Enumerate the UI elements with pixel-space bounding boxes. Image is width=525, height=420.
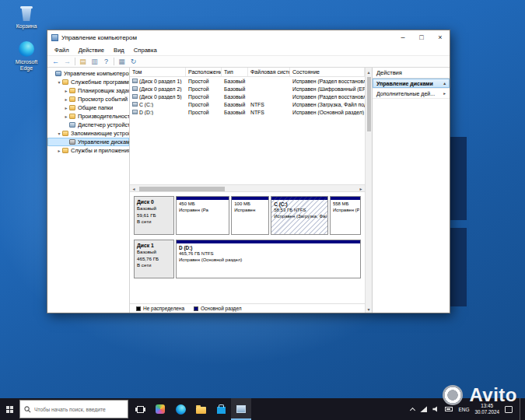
expand-icon[interactable]: ▸ [56,148,62,153]
partition[interactable]: D (D:)465,76 ГБ NTFSИсправен (Основной р… [176,240,361,278]
start-button[interactable] [0,398,19,420]
volume-row[interactable]: (Диск 0 раздел 1)ПростойБазовыйИсправен … [130,77,365,85]
disk-label[interactable]: Диск 0Базовый59,61 ГБВ сети [134,196,174,235]
cell: Простой [186,79,222,84]
tree-item-shared-folders[interactable]: ▸Общие папки [47,103,129,112]
volume-row[interactable]: C (C:)ПростойБазовыйNTFSИсправен (Загруз… [130,100,365,108]
volume-name: C (C:) [139,102,153,107]
collapse-icon[interactable]: ▾ [56,79,62,85]
export-list-icon[interactable]: ▥ [90,58,99,66]
menu-help[interactable]: Справка [129,47,162,54]
partition[interactable]: 100 МБИсправен [231,196,269,235]
volume-icon [132,79,138,83]
help-icon[interactable]: ? [102,58,110,66]
task-view-button[interactable] [130,398,150,420]
desktop-icon-edge[interactable]: Microsoft Edge [3,40,50,72]
back-icon[interactable]: ← [51,58,60,66]
volume-icon [132,102,138,107]
partition[interactable]: 558 МБИсправен (Ра [330,196,361,235]
column-header[interactable]: Состояние [290,68,365,76]
network-icon[interactable] [420,406,427,412]
tree-item-computer-management-root[interactable]: Управление компьютером (л [47,69,129,78]
scroll-left-icon[interactable]: ◂ [130,185,138,191]
expand-icon[interactable]: ▸ [63,88,69,93]
partition[interactable]: 450 МБИсправен (Ра [176,196,229,235]
language-indicator[interactable]: ENG [458,407,469,412]
tree-item-event-viewer[interactable]: ▸Просмотр событий [47,95,129,103]
tree-item-device-manager[interactable]: Диспетчер устройств [47,121,129,129]
forward-icon[interactable]: → [63,58,72,66]
horizontal-scrollbar[interactable]: ◂ ▸ [130,184,365,192]
close-button[interactable]: × [431,30,450,44]
desktop-icon-recycle-bin[interactable]: Корзина [3,5,50,30]
disk-name: Диск 0 [137,198,171,205]
collapse-icon[interactable]: ▾ [56,131,62,136]
news-widget-icon[interactable] [150,398,170,420]
console-tree-icon[interactable]: ▤ [79,58,87,66]
tree-item-disk-management[interactable]: Управление дисками [47,138,129,146]
show-desktop-button[interactable] [520,398,523,420]
action-item-more-actions[interactable]: Дополнительные дей...▸ [373,89,450,99]
partition-color-bar [232,197,268,200]
disk-name: Диск 1 [137,242,171,249]
action-item-disk-management[interactable]: Управление дисками▴ [373,79,450,89]
menu-view[interactable]: Вид [109,47,129,54]
volume-row[interactable]: D (D:)ПростойБазовыйNTFSИсправен (Основн… [130,108,365,116]
maximize-button[interactable]: □ [412,30,431,44]
scroll-down-icon[interactable]: ▾ [366,305,372,313]
scrollbar-thumb[interactable] [367,77,371,131]
computer-management-taskbar-icon[interactable] [231,398,251,420]
expand-icon[interactable]: ▸ [63,114,69,119]
scroll-right-icon[interactable]: ▸ [357,185,365,191]
toolbar: ←→▤▥?▦↻ [47,55,450,68]
refresh-icon[interactable]: ↻ [129,58,138,66]
vertical-scrollbar[interactable]: ▴ ▾ [365,68,372,313]
action-center-icon[interactable] [505,406,513,413]
volume-row[interactable]: (Диск 0 раздел 5)ПростойБазовыйИсправен … [130,93,365,100]
scroll-up-icon[interactable]: ▴ [366,68,372,75]
column-header[interactable]: Расположение [186,68,222,76]
tree-item-services-apps[interactable]: ▸Службы и приложения [47,146,129,155]
menu-action[interactable]: Действие [74,47,109,54]
search-input[interactable] [34,407,124,412]
minimize-button[interactable]: – [394,30,412,44]
volume-name: (Диск 0 раздел 2) [139,86,181,92]
expand-icon[interactable]: ▸ [63,105,69,110]
expand-icon[interactable]: ▸ [63,96,69,102]
scrollbar-thumb[interactable] [139,187,225,191]
edge-taskbar-icon[interactable] [170,398,191,420]
disk-tools-icon[interactable]: ▦ [117,58,126,66]
scrollbar-track[interactable] [138,185,357,191]
folder-icon [62,79,68,85]
tree-item-performance[interactable]: ▸Производительность [47,112,129,121]
column-header[interactable]: Том [130,68,186,76]
hidden-icons-icon[interactable] [410,407,415,412]
folder-icon [196,407,206,414]
menu-file[interactable]: Файл [50,47,74,54]
partition[interactable]: C (C:)58,53 ГБ NTFSИсправен (Загрузка, Ф… [271,196,328,235]
disk-label[interactable]: Диск 1Базовый465,76 ГБВ сети [134,240,174,278]
tree-item-task-scheduler[interactable]: ▸Планировщик заданий [47,86,129,95]
volume-name: D (D:) [139,110,153,115]
tree-item-label: Производительность [78,113,129,120]
column-header[interactable]: Файловая система [248,68,290,76]
disk-icon [69,139,75,145]
column-header[interactable]: Тип [222,68,248,76]
edge-icon [176,404,186,415]
tree-item-storage[interactable]: ▾Запоминающие устройст [47,129,129,138]
file-explorer-icon[interactable] [191,398,211,420]
store-icon[interactable] [211,398,231,420]
volume-row[interactable]: (Диск 0 раздел 2)ПростойБазовыйИсправен … [130,85,365,93]
legend-color [136,306,141,311]
tree-item-label: Просмотр событий [78,96,128,103]
window-icon [51,34,58,41]
taskbar-search[interactable] [19,400,128,418]
legend-label: Не распределена [143,306,184,311]
titlebar[interactable]: Управление компьютером –□× [47,30,450,44]
volume-icon[interactable] [432,406,439,412]
folder-icon [62,148,68,153]
tree-item-system-tools[interactable]: ▾Служебные программы [47,78,129,86]
partition-info: 100 МБИсправен [234,201,268,214]
window-controls: –□× [394,30,450,44]
battery-icon[interactable] [445,407,453,411]
